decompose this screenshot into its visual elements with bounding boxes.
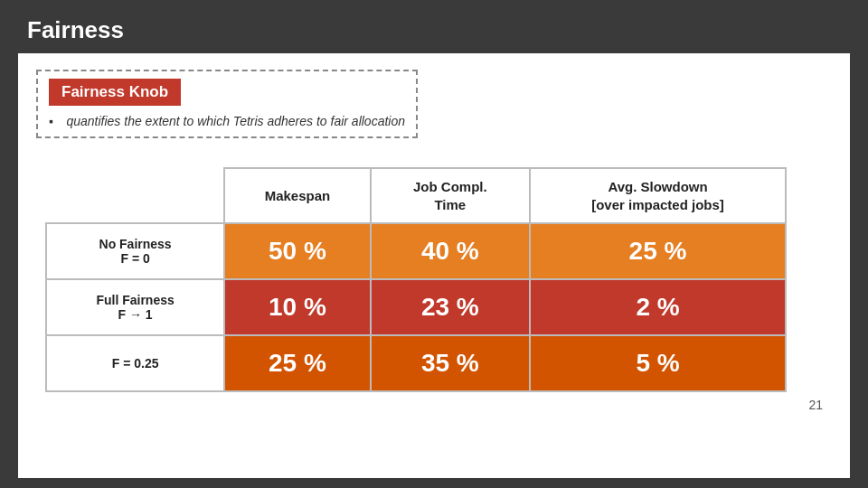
- row-label-f-025: F = 0.25: [46, 335, 224, 391]
- fairness-knob-label: Fairness Knob: [49, 79, 181, 106]
- table-row: No FairnessF = 0 50 % 40 % 25 %: [46, 223, 786, 279]
- bullet-icon: ▪: [49, 114, 53, 128]
- table-row: F = 0.25 25 % 35 % 5 %: [46, 335, 786, 391]
- row-label-no-fairness: No FairnessF = 0: [46, 223, 224, 279]
- cell-no-fairness-makespan: 50 %: [224, 223, 370, 279]
- cell-full-fairness-avg-slowdown: 2 %: [530, 279, 786, 335]
- cell-f025-job-compl: 35 %: [371, 335, 530, 391]
- fairness-description: quantifies the extent to which Tetris ad…: [66, 114, 405, 128]
- cell-no-fairness-avg-slowdown: 25 %: [530, 223, 786, 279]
- cell-full-fairness-makespan: 10 %: [224, 279, 370, 335]
- fairness-knob-section: Fairness Knob ▪ quantifies the extent to…: [36, 70, 418, 138]
- col-header-makespan: Makespan: [224, 168, 370, 223]
- row-label-full-fairness: Full FairnessF → 1: [46, 279, 224, 335]
- col-header-job-compl: Job Compl.Time: [371, 168, 530, 223]
- fairness-table: Makespan Job Compl.Time Avg. Slowdown[ov…: [45, 167, 787, 392]
- col-header-empty: [46, 168, 224, 223]
- cell-no-fairness-job-compl: 40 %: [371, 223, 530, 279]
- page-title: Fairness: [0, 0, 868, 53]
- cell-full-fairness-job-compl: 23 %: [371, 279, 530, 335]
- col-header-avg-slowdown: Avg. Slowdown[over impacted jobs]: [530, 168, 786, 223]
- page-number: 21: [36, 392, 832, 412]
- table-row: Full FairnessF → 1 10 % 23 % 2 %: [46, 279, 786, 335]
- cell-f025-makespan: 25 %: [224, 335, 370, 391]
- cell-f025-avg-slowdown: 5 %: [530, 335, 786, 391]
